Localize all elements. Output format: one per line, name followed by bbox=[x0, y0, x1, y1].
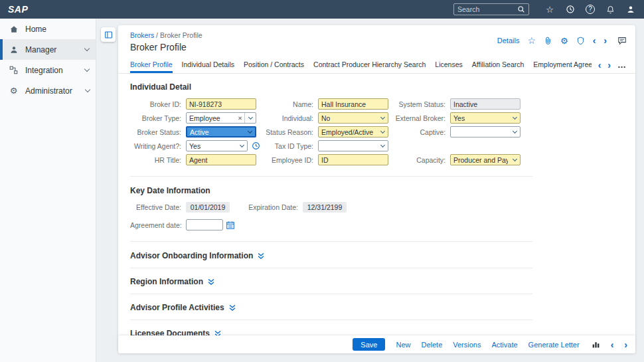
sidebar-item-manager[interactable]: Manager bbox=[0, 39, 96, 60]
administrator-gear-icon: ⚙ bbox=[9, 86, 19, 96]
delete-button[interactable]: Delete bbox=[421, 341, 442, 349]
chevron-down-icon[interactable] bbox=[244, 128, 255, 136]
tab-broker-profile[interactable]: Broker Profile bbox=[130, 60, 173, 73]
page-header: Brokers / Broker Profile Broker Profile … bbox=[118, 25, 635, 52]
history-clock-icon[interactable] bbox=[565, 4, 576, 15]
broker-type-select[interactable]: Employee ✕ bbox=[186, 112, 256, 124]
tabs-scroll-right-icon[interactable]: › bbox=[607, 60, 611, 70]
notifications-bell-icon[interactable] bbox=[605, 4, 615, 15]
user-avatar-icon[interactable] bbox=[625, 4, 636, 15]
section-advisor-profile-activities[interactable]: Advisor Profile Activities bbox=[130, 294, 532, 320]
feedback-comment-icon[interactable] bbox=[617, 36, 627, 45]
side-panel-toggle-button[interactable] bbox=[101, 27, 116, 42]
sap-logo[interactable]: SAP bbox=[8, 4, 28, 15]
search-icon[interactable] bbox=[517, 5, 525, 13]
broker-status-select[interactable]: Active bbox=[186, 126, 256, 137]
individual-select[interactable]: No bbox=[318, 112, 388, 124]
new-button[interactable]: New bbox=[396, 341, 410, 349]
captive-select[interactable] bbox=[450, 126, 521, 137]
field-label: Agreement date: bbox=[130, 221, 186, 229]
field-name: Name: Hall Insurance bbox=[262, 98, 392, 110]
previous-record-chevron-icon[interactable]: ‹ bbox=[593, 36, 596, 45]
search-input[interactable] bbox=[457, 5, 515, 13]
attachment-paperclip-icon[interactable] bbox=[544, 37, 552, 45]
shield-icon[interactable] bbox=[576, 37, 585, 45]
tax-id-type-select[interactable] bbox=[318, 140, 388, 151]
chevron-down-icon[interactable] bbox=[377, 113, 388, 123]
hr-title-input[interactable]: Agent bbox=[186, 154, 256, 165]
integration-icon bbox=[9, 65, 19, 75]
field-broker-status: Broker Status: Active bbox=[130, 126, 260, 137]
sidebar-item-label: Manager bbox=[25, 45, 56, 54]
section-advisor-onboarding-information[interactable]: Advisor Onboarding Information bbox=[130, 242, 532, 268]
generate-letter-button[interactable]: Generate Letter bbox=[528, 341, 580, 349]
field-label: Writing Agent?: bbox=[130, 142, 186, 150]
expand-double-chevron-icon bbox=[258, 252, 264, 260]
sidebar-item-administrator[interactable]: ⚙ Administrator bbox=[0, 80, 96, 101]
chevron-down-icon[interactable] bbox=[509, 127, 520, 137]
clear-value-icon[interactable]: ✕ bbox=[236, 113, 245, 123]
name-input[interactable]: Hall Insurance bbox=[318, 98, 388, 110]
versions-button[interactable]: Versions bbox=[453, 341, 481, 349]
footer-toolbar: Save New Delete Versions Activate Genera… bbox=[118, 335, 635, 353]
tab-affiliation-search[interactable]: Affiliation Search bbox=[472, 60, 524, 73]
section-region-information[interactable]: Region Information bbox=[130, 268, 532, 294]
sidebar-item-home[interactable]: Home bbox=[0, 19, 96, 39]
breadcrumb-separator: / bbox=[156, 31, 158, 39]
settings-gear-icon[interactable]: ⚙ bbox=[560, 37, 568, 45]
tab-position-contracts[interactable]: Position / Contracts bbox=[244, 60, 304, 73]
chevron-down-icon bbox=[84, 87, 90, 92]
broker-id-input[interactable]: NI-918273 bbox=[186, 98, 256, 110]
main-area: Brokers / Broker Profile Broker Profile … bbox=[96, 19, 644, 362]
favorites-star-icon[interactable]: ☆ bbox=[544, 4, 555, 15]
chevron-down-icon[interactable] bbox=[236, 141, 247, 151]
employee-id-input[interactable]: ID bbox=[318, 154, 388, 165]
sidebar-item-integration[interactable]: Integration bbox=[0, 60, 96, 80]
help-icon[interactable]: ? bbox=[586, 5, 595, 14]
field-label: Individual: bbox=[262, 114, 318, 122]
tab-licenses[interactable]: Licenses bbox=[435, 60, 462, 73]
favorite-star-icon[interactable]: ☆ bbox=[527, 36, 536, 45]
section-title: Advisor Onboarding Information bbox=[130, 251, 253, 260]
save-button[interactable]: Save bbox=[353, 338, 385, 351]
shell-search[interactable] bbox=[453, 3, 529, 15]
tabs-scroll-left-icon[interactable]: ‹ bbox=[598, 60, 602, 70]
activate-button[interactable]: Activate bbox=[491, 341, 517, 349]
header-actions: Details ☆ ⚙ ‹ › bbox=[497, 36, 627, 45]
tab-contract-producer-hierarchy-search[interactable]: Contract Producer Hierarchy Search bbox=[313, 60, 426, 73]
field-label: HR Title: bbox=[130, 156, 186, 164]
field-label: Status Reason: bbox=[262, 128, 318, 136]
effective-date-value: 01/01/2019 bbox=[186, 202, 230, 213]
sidebar-item-label: Home bbox=[25, 25, 46, 34]
chevron-down-icon[interactable] bbox=[377, 141, 388, 151]
tab-individual-details[interactable]: Individual Details bbox=[182, 60, 234, 73]
history-clock-icon[interactable] bbox=[252, 141, 260, 150]
shell-bar: SAP ☆ ? bbox=[0, 0, 644, 19]
form-content: Individual Detail Broker ID: NI-918273 N… bbox=[118, 74, 635, 346]
writing-agent-select[interactable]: Yes bbox=[186, 140, 248, 151]
chevron-down-icon[interactable] bbox=[509, 113, 520, 123]
next-record-chevron-icon[interactable]: › bbox=[604, 36, 607, 45]
previous-page-chevron-icon[interactable]: ‹ bbox=[611, 340, 614, 349]
field-broker-id: Broker ID: NI-918273 bbox=[130, 98, 260, 110]
tabs-overflow-icon[interactable]: … bbox=[617, 60, 626, 69]
chevron-down-icon[interactable] bbox=[509, 155, 520, 165]
external-broker-select[interactable]: Yes bbox=[450, 112, 521, 124]
field-external-broker: External Broker: Yes bbox=[394, 112, 524, 124]
field-label: Expiration Date: bbox=[239, 203, 303, 211]
agreement-date-input[interactable] bbox=[186, 219, 223, 230]
field-label: Employee ID: bbox=[262, 156, 318, 164]
chevron-down-icon[interactable] bbox=[377, 127, 388, 137]
details-link[interactable]: Details bbox=[497, 37, 520, 45]
field-writing-agent: Writing Agent?: Yes bbox=[130, 140, 260, 151]
tab-overflow-controls: ‹ › … bbox=[592, 57, 635, 72]
field-label: External Broker: bbox=[394, 114, 450, 122]
open-side-panel-icon bbox=[104, 31, 113, 39]
next-page-chevron-icon[interactable]: › bbox=[624, 340, 627, 349]
bar-chart-icon[interactable] bbox=[592, 340, 600, 349]
capacity-select[interactable]: Producer and Payee bbox=[450, 154, 521, 165]
calendar-icon[interactable] bbox=[226, 221, 235, 230]
status-reason-select[interactable]: Employed/Active bbox=[318, 126, 388, 137]
breadcrumb-link-brokers[interactable]: Brokers bbox=[130, 31, 154, 39]
chevron-down-icon[interactable] bbox=[245, 113, 256, 123]
